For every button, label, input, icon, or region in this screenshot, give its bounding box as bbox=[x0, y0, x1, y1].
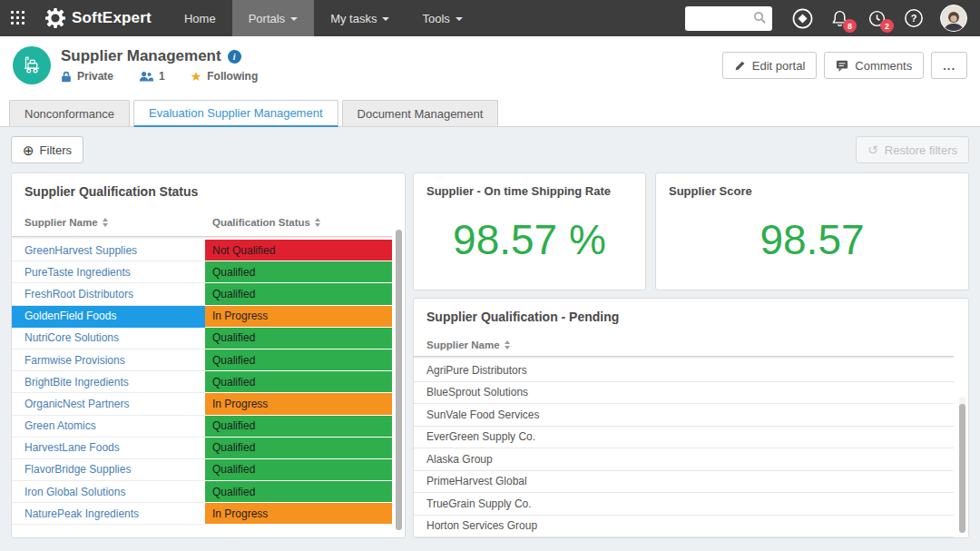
qualification-table-body: GreenHarvest SuppliesNot QualifiedPureTa… bbox=[12, 237, 405, 537]
list-item[interactable]: EverGreen Supply Co. bbox=[414, 427, 954, 449]
chevron-down-icon bbox=[382, 17, 389, 21]
sort-icon[interactable] bbox=[505, 340, 510, 349]
supplier-name-link[interactable]: NaturePeak Ingredients bbox=[12, 503, 205, 525]
list-item[interactable]: SunVale Food Services bbox=[414, 404, 954, 427]
top-navbar: SoftExpert Home Portals My tasks Tools bbox=[0, 0, 980, 36]
chevron-down-icon bbox=[456, 17, 463, 21]
table-row[interactable]: OrganicNest PartnersIn Progress bbox=[12, 393, 405, 415]
tab-nonconformance[interactable]: Nonconformance bbox=[9, 100, 130, 126]
table-row[interactable]: Green AtomicsQualified bbox=[12, 416, 405, 438]
ellipsis-icon: ... bbox=[943, 59, 956, 73]
column-header-supplier-name[interactable]: Supplier Name bbox=[414, 339, 607, 350]
privacy-label: Private bbox=[77, 70, 113, 83]
supplier-name-link[interactable]: Green Atomics bbox=[12, 416, 205, 438]
list-item[interactable]: BlueSprout Solutions bbox=[414, 382, 954, 405]
following-label[interactable]: Following bbox=[207, 70, 258, 83]
qualification-status-cell: In Progress bbox=[205, 503, 392, 525]
list-item[interactable]: Horton Services Group bbox=[414, 516, 954, 538]
supplier-name-link[interactable]: Farmwise Provisions bbox=[12, 349, 205, 371]
nav-item-tools[interactable]: Tools bbox=[406, 0, 478, 36]
table-row[interactable]: FreshRoot DistributorsQualified bbox=[12, 283, 405, 305]
comments-button[interactable]: Comments bbox=[824, 52, 924, 79]
qualification-status-cell: Qualified bbox=[205, 349, 392, 371]
qualification-status-cell: Qualified bbox=[205, 416, 392, 438]
qualification-status-cell: In Progress bbox=[205, 306, 392, 328]
table-row[interactable]: PureTaste IngredientsQualified bbox=[12, 261, 405, 283]
supplier-name-link[interactable]: NutriCore Solutions bbox=[12, 328, 205, 349]
more-actions-button[interactable]: ... bbox=[931, 52, 967, 79]
nav-item-home[interactable]: Home bbox=[168, 0, 232, 36]
pending-tasks-icon[interactable]: 2 bbox=[866, 7, 887, 29]
main-menu: Home Portals My tasks Tools bbox=[168, 0, 479, 36]
supplier-name-link[interactable]: Iron Global Solutions bbox=[12, 481, 205, 503]
lock-icon bbox=[61, 71, 72, 83]
qualification-status-cell: Qualified bbox=[205, 438, 392, 459]
shipping-rate-card: Supplier - On time Shipping Rate 98.57 % bbox=[413, 172, 646, 290]
supplier-name-link[interactable]: OrganicNest Partners bbox=[12, 393, 205, 415]
table-row[interactable]: HarvestLane FoodsQualified bbox=[12, 438, 405, 459]
nav-item-my-tasks[interactable]: My tasks bbox=[314, 0, 406, 36]
table-row[interactable]: GreenHarvest SuppliesNot Qualified bbox=[12, 240, 405, 261]
supplier-name-link[interactable]: HarvestLane Foods bbox=[12, 438, 205, 459]
brand-logo[interactable]: SoftExpert bbox=[36, 0, 168, 36]
table-row[interactable]: BrightBite IngredientsQualified bbox=[12, 371, 405, 393]
tab-evaluation-supplier-management[interactable]: Evaluation Supplier Management bbox=[133, 100, 338, 127]
list-item[interactable]: TrueGrain Supply Co. bbox=[414, 493, 954, 516]
page-title: Supplier Management bbox=[61, 47, 221, 65]
portal-header: Supplier Management i Private 1 ★ Follow bbox=[0, 36, 980, 94]
qualification-status-cell: Qualified bbox=[205, 481, 392, 503]
chevron-down-icon bbox=[290, 17, 298, 21]
notifications-bell-icon[interactable]: 8 bbox=[828, 7, 850, 29]
app-root: SoftExpert Home Portals My tasks Tools bbox=[0, 0, 980, 551]
notifications-badge: 8 bbox=[843, 19, 857, 33]
scrollbar-thumb[interactable] bbox=[959, 404, 965, 533]
list-item[interactable]: AgriPure Distributors bbox=[414, 359, 954, 382]
grid-icon bbox=[11, 11, 25, 25]
list-item[interactable]: PrimeHarvest Global bbox=[414, 471, 954, 494]
list-item[interactable]: Alaska Group bbox=[414, 448, 954, 471]
supplier-score-value: 98.57 bbox=[656, 198, 968, 290]
table-row[interactable]: Farmwise ProvisionsQualified bbox=[12, 349, 405, 371]
qualification-status-cell: Not Qualified bbox=[205, 240, 392, 261]
supplier-score-card: Supplier Score 98.57 bbox=[655, 172, 969, 290]
tab-document-management[interactable]: Document Management bbox=[342, 100, 499, 126]
app-launcher-icon[interactable] bbox=[0, 0, 36, 36]
qualification-status-cell: Qualified bbox=[205, 328, 392, 349]
qualification-status-cell: Qualified bbox=[205, 283, 392, 305]
table-row[interactable]: Iron Global SolutionsQualified bbox=[12, 481, 405, 503]
scrollbar-thumb[interactable] bbox=[396, 230, 402, 530]
edit-portal-button[interactable]: Edit portal bbox=[722, 52, 818, 79]
supplier-name-link[interactable]: FreshRoot Distributors bbox=[12, 283, 205, 305]
user-avatar[interactable] bbox=[940, 5, 967, 32]
supplier-name-link[interactable]: GoldenField Foods bbox=[12, 306, 205, 328]
table-row[interactable]: NaturePeak IngredientsIn Progress bbox=[12, 503, 405, 525]
card-title: Supplier Score bbox=[656, 173, 968, 198]
pencil-icon bbox=[734, 60, 746, 72]
star-icon: ★ bbox=[191, 69, 202, 84]
column-header-supplier-name[interactable]: Supplier Name bbox=[12, 217, 205, 228]
supplier-name-link[interactable]: GreenHarvest Supplies bbox=[12, 240, 205, 261]
table-row[interactable]: FlavorBridge SuppliesQualified bbox=[12, 459, 405, 481]
help-icon[interactable]: ? bbox=[903, 7, 925, 29]
qualification-pending-card: Supplier Qualification - Pending Supplie… bbox=[413, 298, 969, 538]
sort-icon[interactable] bbox=[103, 218, 108, 227]
scrollbar[interactable] bbox=[396, 230, 402, 530]
restore-filters-button[interactable]: ↺ Restore filters bbox=[856, 136, 969, 163]
global-search bbox=[685, 6, 772, 31]
scrollbar[interactable] bbox=[959, 397, 965, 525]
supplier-name-link[interactable]: FlavorBridge Supplies bbox=[12, 459, 205, 481]
pending-table-body: AgriPure DistributorsBlueSprout Solution… bbox=[414, 357, 968, 537]
supplier-name-link[interactable]: PureTaste Ingredients bbox=[12, 261, 205, 283]
column-header-qualification-status[interactable]: Qualification Status bbox=[205, 217, 392, 228]
filters-button[interactable]: ⊕ Filters bbox=[11, 136, 83, 163]
info-icon[interactable]: i bbox=[228, 50, 241, 64]
restore-icon: ↺ bbox=[867, 143, 878, 156]
pending-tasks-badge: 2 bbox=[880, 19, 894, 33]
table-row[interactable]: GoldenField FoodsIn Progress bbox=[12, 306, 405, 328]
supplier-name-link[interactable]: BrightBite Ingredients bbox=[12, 371, 205, 393]
table-header: Supplier Name Qualification Status bbox=[12, 208, 392, 237]
sort-icon[interactable] bbox=[315, 218, 320, 227]
table-row[interactable]: NutriCore SolutionsQualified bbox=[12, 328, 405, 349]
workspace-icon[interactable] bbox=[791, 7, 813, 29]
nav-item-portals[interactable]: Portals bbox=[232, 0, 314, 36]
